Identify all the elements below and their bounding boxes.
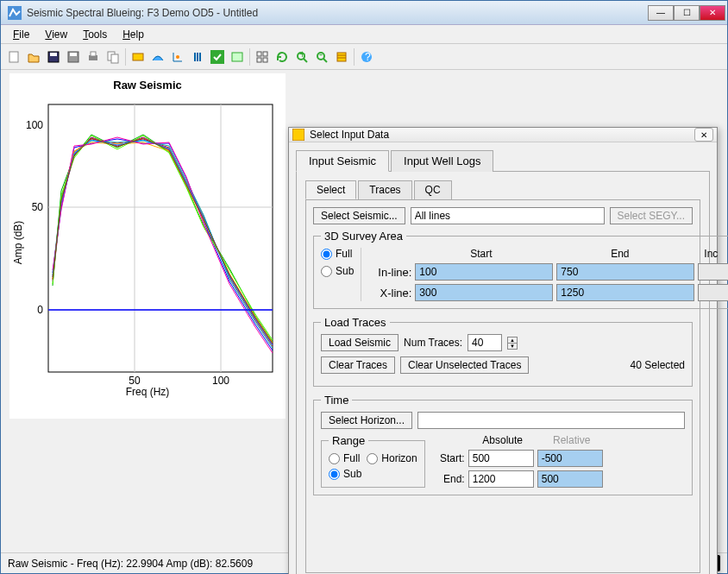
new-icon[interactable]: [4, 47, 23, 66]
menubar: File View Tools Help: [1, 25, 727, 44]
start-label: Start:: [436, 452, 465, 464]
svg-rect-17: [257, 52, 261, 56]
svg-text:50: 50: [32, 201, 44, 213]
range-sub-radio[interactable]: Sub: [329, 468, 417, 480]
inner-tab-traces[interactable]: Traces: [358, 180, 411, 199]
chart[interactable]: 0 50 100 50 100: [9, 91, 286, 402]
tab-input-seismic[interactable]: Input Seismic: [296, 150, 389, 172]
inner-tab-select[interactable]: Select: [305, 180, 356, 199]
output-icon[interactable]: [228, 47, 247, 66]
app-icon: [8, 6, 22, 20]
xline-start[interactable]: [415, 284, 553, 301]
help-icon[interactable]: ?: [357, 47, 376, 66]
dialog-icon: [292, 129, 304, 141]
hdr-inc: Inc: [689, 248, 728, 260]
zoom-in-icon[interactable]: +: [292, 47, 311, 66]
svg-text:+: +: [299, 50, 305, 60]
start-abs[interactable]: [468, 450, 534, 467]
apply-icon[interactable]: [208, 47, 227, 66]
svg-text:50: 50: [129, 375, 141, 387]
end-abs[interactable]: [468, 470, 534, 488]
menu-tools[interactable]: Tools: [76, 27, 114, 42]
load-legend: Load Traces: [321, 316, 390, 329]
inline-label: In-line:: [370, 266, 411, 279]
svg-rect-10: [133, 54, 143, 60]
time-group: Time Select Horizon... Range Full: [313, 394, 693, 495]
inline-end[interactable]: [556, 263, 694, 281]
saveas-icon[interactable]: [64, 47, 83, 66]
dialog-close-button[interactable]: ✕: [694, 128, 713, 142]
survey-sub-radio[interactable]: Sub: [321, 265, 354, 277]
end-rel[interactable]: [537, 470, 603, 488]
selected-count: 40 Selected: [631, 359, 685, 371]
survey-area-group: 3D Survey Area Full Sub Start: [313, 230, 728, 309]
spinner-down[interactable]: ▼: [508, 344, 517, 349]
tab-input-well-logs[interactable]: Input Well Logs: [391, 150, 493, 172]
spectrum-icon[interactable]: [148, 47, 167, 66]
copy-icon[interactable]: [104, 47, 122, 66]
svg-line-25: [323, 59, 327, 62]
input-icon[interactable]: [129, 47, 147, 66]
clear-traces-button[interactable]: Clear Traces: [321, 356, 395, 374]
time-legend: Time: [321, 394, 352, 407]
window-close-button[interactable]: ✕: [700, 5, 725, 21]
xline-inc[interactable]: [698, 284, 728, 301]
svg-point-11: [176, 55, 179, 59]
load-seismic-button[interactable]: Load Seismic: [321, 334, 399, 351]
main-window: Seismic Spectral Blueing: F3 Demo OD5 - …: [0, 0, 728, 574]
range-group: Range Full Horizon Sub: [321, 434, 425, 488]
abs-header: Absolute: [468, 434, 537, 446]
minimize-button[interactable]: —: [648, 5, 674, 21]
tile-icon[interactable]: [253, 47, 272, 66]
y-axis-label: Amp (dB): [12, 221, 24, 265]
svg-rect-27: [337, 53, 346, 61]
survey-full-radio[interactable]: Full: [321, 248, 354, 260]
xline-end[interactable]: [556, 284, 694, 301]
num-traces-field[interactable]: [468, 334, 502, 351]
menu-file[interactable]: File: [6, 27, 36, 42]
operator-icon[interactable]: [188, 47, 207, 66]
horizon-field[interactable]: [417, 412, 685, 429]
svg-rect-1: [9, 52, 18, 62]
inline-start[interactable]: [415, 263, 553, 281]
inline-inc[interactable]: [698, 263, 728, 281]
design-icon[interactable]: [168, 47, 187, 66]
svg-rect-7: [91, 52, 96, 56]
spinner-up[interactable]: ▲: [508, 337, 517, 344]
refresh-icon[interactable]: [273, 47, 292, 66]
start-rel[interactable]: [537, 450, 603, 467]
window-title: Seismic Spectral Blueing: F3 Demo OD5 - …: [27, 7, 648, 19]
hdr-start: Start: [411, 248, 550, 260]
svg-rect-20: [263, 58, 267, 62]
svg-rect-43: [292, 129, 304, 141]
open-icon[interactable]: [24, 47, 43, 66]
catalog-icon[interactable]: [332, 47, 351, 66]
inner-tab-qc[interactable]: QC: [414, 180, 452, 199]
workspace: Raw Seismic 0 50 100 50 100: [1, 70, 727, 552]
svg-rect-18: [263, 52, 267, 56]
svg-text:100: 100: [26, 119, 43, 131]
svg-rect-13: [197, 53, 198, 61]
seismic-name-field[interactable]: [411, 207, 605, 224]
svg-rect-12: [194, 53, 196, 61]
print-icon[interactable]: [84, 47, 103, 66]
svg-text:-: -: [319, 50, 323, 60]
select-segy-button[interactable]: Select SEGY...: [610, 207, 693, 224]
svg-rect-16: [232, 53, 242, 61]
status-text: Raw Seismic - Freq (Hz): 22.9904 Amp (dB…: [8, 558, 253, 570]
dialog-title: Select Input Data: [310, 129, 694, 141]
range-full-radio[interactable]: Full: [329, 452, 360, 464]
survey-legend: 3D Survey Area: [321, 230, 406, 243]
menu-view[interactable]: View: [38, 27, 74, 42]
load-traces-group: Load Traces Load Seismic Num Traces: ▲ ▼: [313, 316, 693, 387]
zoom-out-icon[interactable]: -: [312, 47, 331, 66]
menu-help[interactable]: Help: [116, 27, 151, 42]
end-label: End:: [436, 473, 465, 485]
save-icon[interactable]: [44, 47, 63, 66]
select-horizon-button[interactable]: Select Horizon...: [321, 412, 412, 429]
svg-rect-9: [111, 54, 118, 63]
maximize-button[interactable]: ☐: [674, 5, 700, 21]
range-horizon-radio[interactable]: Horizon: [367, 452, 417, 464]
select-seismic-button[interactable]: Select Seismic...: [313, 207, 405, 224]
clear-unselected-button[interactable]: Clear Unselected Traces: [400, 356, 529, 374]
